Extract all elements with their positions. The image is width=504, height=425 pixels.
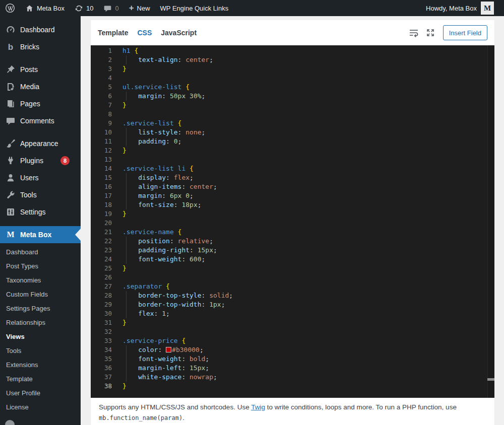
line-content: } [122,264,127,273]
tab-javascript[interactable]: JavaScript [161,29,197,37]
sidebar-subitem-views[interactable]: Views [0,329,81,343]
sidebar-subitem-extensions[interactable]: Extensions [0,358,81,372]
sidebar-subitem-taxonomies[interactable]: Taxonomies [0,273,81,287]
sidebar-item-label: Tools [20,191,77,199]
code-line: 32 [91,327,494,336]
code-line: 17margin: 6px 0; [91,191,494,200]
twig-link[interactable]: Twig [251,403,265,411]
sidebar-subitem-relationships[interactable]: Relationships [0,315,81,329]
howdy-account-menu[interactable]: Howdy, Meta Box M [421,0,504,16]
updates-icon [75,4,83,13]
code-line: 8 [91,110,494,119]
sidebar-item-label: Posts [20,65,77,74]
line-number: 21 [91,228,112,237]
sidebar-item-pages[interactable]: Pages [0,95,81,112]
code-line: 4 [91,74,494,83]
code-line: 24font-weight: 600; [91,255,494,264]
sidebar-item-appearance[interactable]: Appearance [0,135,81,152]
updates-count: 10 [86,5,93,12]
insert-field-button[interactable]: Insert Field [443,25,487,40]
sidebar-item-comments[interactable]: Comments [0,112,81,129]
tab-template[interactable]: Template [98,29,128,37]
line-number: 18 [91,200,112,209]
code-line: 27.separator { [91,282,494,291]
sidebar-subitem-custom-fields[interactable]: Custom Fields [0,287,81,301]
editor-scrollbar-thumb[interactable] [487,378,494,381]
line-number: 35 [91,355,112,364]
line-number: 17 [91,191,112,200]
sidebar-item-label: Comments [20,117,77,125]
admin-bar: Meta Box 10 0 + New WP Engine Quick Link… [0,0,504,16]
sidebar-item-meta-box[interactable]: M Meta Box [0,226,81,243]
menu-separator [0,221,81,226]
brush-icon [6,138,16,149]
admin-sidebar: DashboardbBricksPostsMediaPagesCommentsA… [0,16,81,425]
fullscreen-icon[interactable] [424,27,436,39]
code-line: 26 [91,273,494,282]
line-number: 5 [91,83,112,92]
sidebar-subitem-template[interactable]: Template [0,372,81,386]
line-number: 28 [91,291,112,300]
collapse-menu-icon[interactable] [5,420,15,425]
pages-icon [6,99,16,109]
line-content: list-style: none; [122,128,205,137]
sidebar-item-plugins[interactable]: Plugins8 [0,152,81,169]
sidebar-item-posts[interactable]: Posts [0,61,81,78]
line-number: 25 [91,264,112,273]
code-line: 14.service-list li { [91,164,494,173]
line-number: 16 [91,182,112,191]
site-name-menu[interactable]: Meta Box [20,0,70,16]
line-content: font-weight: bold; [122,355,209,364]
sidebar-subitem-post-types[interactable]: Post Types [0,259,81,273]
sidebar-subitem-dashboard[interactable]: Dashboard [0,245,81,259]
new-content-menu[interactable]: + New [124,0,155,16]
sidebar-item-label: Dashboard [20,26,77,34]
wp-engine-quick-links[interactable]: WP Engine Quick Links [155,0,234,16]
css-code-editor[interactable]: 1h1 {2text-align: center;3}45ul.service-… [91,45,494,398]
sidebar-item-tools[interactable]: Tools [0,186,81,203]
line-number: 23 [91,246,112,255]
line-number: 2 [91,55,112,64]
updates-menu[interactable]: 10 [70,0,98,16]
sidebar-subitem-license[interactable]: License [0,400,81,414]
sidebar-item-settings[interactable]: Settings [0,203,81,221]
sidebar-item-dashboard[interactable]: Dashboard [0,21,81,38]
line-content: white-space: nowrap; [122,373,217,382]
code-line: 29border-top-width: 1px; [91,300,494,309]
line-content: margin-left: 15px; [122,364,209,373]
code-line: 6margin: 50px 30%; [91,92,494,101]
wordpress-logo-icon [5,3,15,13]
line-number: 6 [91,92,112,101]
line-content: ul.service-list { [122,83,190,92]
line-content: } [122,146,127,155]
sidebar-subitem-user-profile[interactable]: User Profile [0,386,81,400]
sidebar-item-label: Pages [20,100,77,108]
tab-css[interactable]: CSS [137,29,152,37]
line-number: 30 [91,309,112,318]
code-lines: 1h1 {2text-align: center;3}45ul.service-… [91,46,494,391]
line-number: 11 [91,137,112,146]
code-line: 1h1 { [91,46,494,55]
code-line: 20 [91,219,494,228]
sidebar-item-label: Media [20,83,77,91]
line-wrap-icon[interactable] [408,27,420,39]
sidebar-item-users[interactable]: Users [0,169,81,186]
line-content: .separator { [122,282,170,291]
line-number: 29 [91,300,112,309]
line-content: align-items: center; [122,182,217,191]
sidebar-item-bricks[interactable]: bBricks [0,38,81,55]
sidebar-item-media[interactable]: Media [0,78,81,95]
code-line: 10list-style: none; [91,128,494,137]
sidebar-subitem-settings-pages[interactable]: Settings Pages [0,301,81,315]
pin-icon [6,64,16,75]
wordpress-menu[interactable] [0,0,20,16]
line-number: 3 [91,64,112,74]
code-line: 36margin-left: 15px; [91,364,494,373]
code-line: 18font-size: 18px; [91,200,494,209]
line-content: font-weight: 600; [122,255,205,264]
comment-bubble-icon [103,4,112,13]
sidebar-subitem-tools[interactable]: Tools [0,343,81,358]
comments-menu[interactable]: 0 [98,0,123,16]
line-number: 22 [91,237,112,246]
line-content: padding: 0; [122,137,181,146]
